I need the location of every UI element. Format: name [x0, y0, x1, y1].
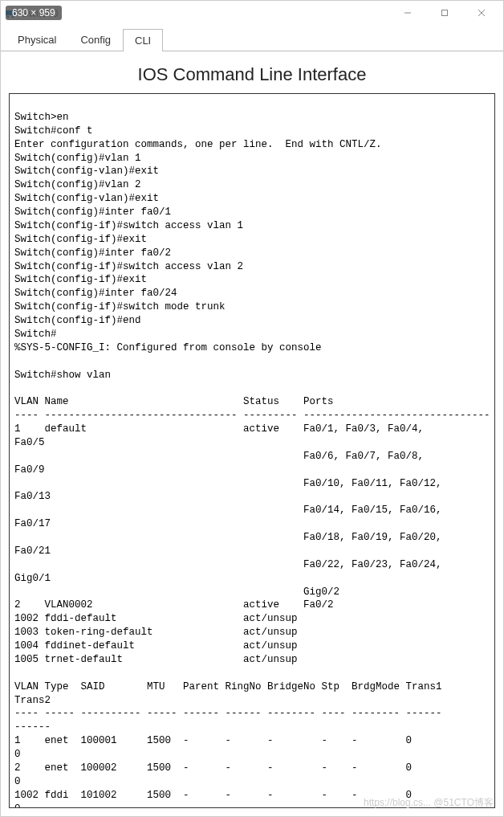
- dimension-badge: 630 × 959: [6, 6, 62, 20]
- titlebar: Switch0: [1, 1, 503, 25]
- svg-rect-4: [442, 10, 448, 16]
- tab-physical[interactable]: Physical: [6, 28, 68, 51]
- cli-terminal[interactable]: Switch>en Switch#conf t Enter configurat…: [10, 94, 494, 807]
- close-button[interactable]: [463, 1, 500, 25]
- maximize-button[interactable]: [426, 1, 463, 25]
- window-controls: [389, 1, 500, 25]
- watermark-text: https://blog.cs... @51CTO博客: [364, 796, 494, 810]
- minimize-button[interactable]: [389, 1, 426, 25]
- tab-config[interactable]: Config: [68, 28, 123, 51]
- cli-heading: IOS Command Line Interface: [1, 51, 503, 93]
- app-window: 630 × 959 Switch0 Physical Config CLI IO…: [0, 0, 504, 817]
- terminal-container: Switch>en Switch#conf t Enter configurat…: [9, 93, 495, 808]
- tab-cli[interactable]: CLI: [123, 29, 163, 51]
- tab-strip: Physical Config CLI: [1, 25, 503, 51]
